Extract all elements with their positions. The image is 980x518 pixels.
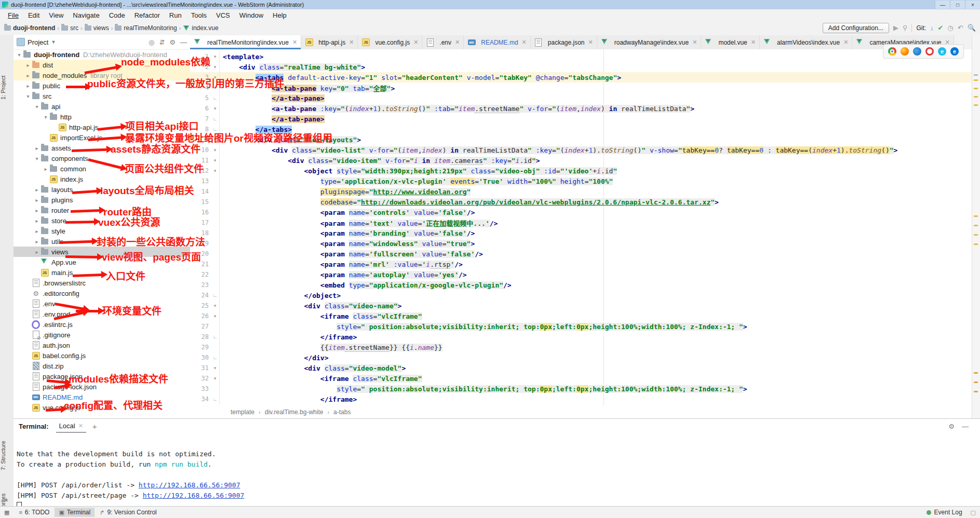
chevron-right-icon[interactable]: ▸: [33, 187, 41, 193]
stripe-mark[interactable]: [974, 381, 978, 383]
menu-item-window[interactable]: Window: [235, 10, 268, 20]
tab-close-icon[interactable]: ✕: [413, 39, 418, 46]
menu-item-run[interactable]: Run: [165, 10, 186, 20]
chevron-right-icon[interactable]: ▸: [33, 197, 41, 203]
menu-item-file[interactable]: File: [3, 10, 23, 20]
chevron-right-icon[interactable]: ▸: [24, 73, 32, 78]
tree-item-.editorconfig[interactable]: ⚙.editorconfig: [14, 288, 190, 298]
tree-item-.browserslistrc[interactable]: .browserslistrc: [14, 278, 190, 288]
tree-item-node_modules[interactable]: ▸node_moduleslibrary root: [14, 70, 190, 80]
project-view-selector[interactable]: Project ▼: [17, 38, 56, 46]
tree-item-router[interactable]: ▸router: [14, 205, 190, 215]
hide-panel-icon[interactable]: —: [180, 38, 187, 46]
safari-browser-icon[interactable]: [913, 47, 921, 56]
tree-item-package-lock.json[interactable]: package-lock.json: [14, 381, 190, 392]
chevron-down-icon[interactable]: ▾: [33, 104, 41, 110]
editor-tab[interactable]: .env✕: [422, 35, 464, 49]
collapse-all-icon[interactable]: ⇵: [159, 38, 165, 46]
chevron-right-icon[interactable]: ▸: [33, 239, 41, 244]
tree-item-layouts[interactable]: ▸layouts: [14, 184, 190, 195]
tree-item-http[interactable]: ▾http: [14, 112, 190, 122]
stripe-mark[interactable]: [974, 74, 978, 76]
tree-item-api[interactable]: ▾api: [14, 101, 190, 112]
chevron-right-icon[interactable]: ▸: [33, 208, 41, 213]
tree-item-public[interactable]: ▸public: [14, 80, 190, 91]
stripe-mark[interactable]: [974, 96, 978, 98]
tree-item-vue.config.js[interactable]: JSvue.config.js: [14, 402, 190, 413]
git-history-icon[interactable]: ◷: [948, 24, 954, 32]
tree-item-.gitignore[interactable]: .gitignore: [14, 330, 190, 340]
tab-close-icon[interactable]: ✕: [522, 39, 527, 46]
stripe-mark[interactable]: [974, 79, 978, 81]
breadcrumb-item[interactable]: index.vue: [183, 24, 218, 32]
editor-tab[interactable]: MDREADME.md✕: [464, 35, 531, 49]
tree-item-duoji-frontend[interactable]: ▾duoji-frontendD:\zheheWeb\duoji-fronten…: [14, 49, 190, 60]
opera-browser-icon[interactable]: [925, 47, 934, 56]
maximize-button[interactable]: □: [950, 1, 965, 9]
firefox-browser-icon[interactable]: [901, 47, 909, 56]
tree-item-.eslintrc.js[interactable]: .eslintrc.js: [14, 319, 190, 330]
tab-close-icon[interactable]: ✕: [588, 39, 593, 46]
new-terminal-button[interactable]: +: [92, 422, 97, 431]
gear-icon[interactable]: ⚙: [169, 38, 176, 46]
tree-item-babel.config.js[interactable]: JSbabel.config.js: [14, 350, 190, 361]
run-icon[interactable]: ▶: [893, 24, 898, 32]
terminal-hide-icon[interactable]: —: [962, 422, 969, 430]
menu-item-tools[interactable]: Tools: [186, 10, 211, 20]
chevron-right-icon[interactable]: ▸: [24, 83, 32, 89]
stripe-mark[interactable]: [974, 243, 978, 245]
tree-item-style[interactable]: ▸style: [14, 226, 190, 236]
fold-marker[interactable]: ▾: [211, 155, 220, 166]
menu-item-view[interactable]: View: [44, 10, 68, 20]
tree-item-common[interactable]: ▸common: [14, 163, 190, 174]
tree-item-importExcel.js[interactable]: JSimportExcel.js: [14, 132, 190, 143]
statusbar-todo[interactable]: ≡6: TODO: [15, 508, 53, 517]
chevron-right-icon[interactable]: ▸: [24, 62, 32, 68]
fold-marker[interactable]: ∟: [211, 114, 220, 124]
terminal-output[interactable]: Note that the development build is not o…: [14, 433, 980, 512]
chevron-right-icon[interactable]: ▸: [33, 228, 41, 234]
edge-browser-icon[interactable]: e: [950, 47, 959, 56]
stripe-mark[interactable]: [974, 88, 978, 89]
fold-marker[interactable]: ∟: [211, 93, 220, 103]
git-commit-icon[interactable]: ✔: [938, 24, 944, 32]
editor-tab[interactable]: model.vue✕: [701, 35, 760, 49]
tree-item-assets[interactable]: ▸assets: [14, 143, 190, 153]
stripe-mark[interactable]: [974, 215, 978, 217]
editor-tab[interactable]: alarmVideos\index.vue✕: [760, 35, 852, 49]
add-configuration-button[interactable]: Add Configuration...: [823, 23, 889, 33]
tree-item-http-api.js[interactable]: JShttp-api.js: [14, 122, 190, 132]
stripe-mark[interactable]: [974, 372, 978, 374]
locate-file-icon[interactable]: ◎: [149, 38, 154, 46]
close-icon[interactable]: ✕: [78, 422, 83, 429]
menu-item-refactor[interactable]: Refactor: [130, 10, 165, 20]
tab-close-icon[interactable]: ✕: [692, 39, 697, 46]
menu-item-help[interactable]: Help: [268, 10, 291, 20]
fold-marker[interactable]: ▾: [211, 103, 220, 114]
tab-close-icon[interactable]: ✕: [455, 39, 460, 46]
breadcrumb-item[interactable]: src: [61, 24, 78, 32]
stripe-structure-button[interactable]: 7: Structure: [0, 432, 14, 479]
menu-item-navigate[interactable]: Navigate: [68, 10, 104, 20]
stripe-mark[interactable]: [974, 391, 978, 392]
menu-item-code[interactable]: Code: [104, 10, 130, 20]
fold-marker[interactable]: ▾: [211, 373, 220, 384]
fold-marker[interactable]: ▾: [211, 83, 220, 93]
chevron-down-icon[interactable]: ▾: [16, 52, 23, 58]
editor-breadcrumb-item[interactable]: template: [231, 408, 254, 416]
editor-tab[interactable]: package.json✕: [531, 35, 597, 49]
chrome-browser-icon[interactable]: [888, 47, 896, 56]
chevron-right-icon[interactable]: ▸: [33, 249, 41, 255]
tree-item-dist[interactable]: ▸dist: [14, 60, 190, 70]
fold-marker[interactable]: ▾: [211, 166, 220, 176]
search-everywhere-icon[interactable]: 🔍: [968, 24, 976, 32]
tree-item-plugins[interactable]: ▸plugins: [14, 195, 190, 205]
fold-marker[interactable]: ▾: [211, 134, 220, 145]
tree-item-utils[interactable]: ▸utils: [14, 236, 190, 247]
editor-tab[interactable]: roadwayManage\index.vue✕: [597, 35, 702, 49]
fold-marker[interactable]: ∟: [211, 124, 220, 134]
fold-marker[interactable]: ▾: [211, 145, 220, 155]
menu-item-vcs[interactable]: VCS: [211, 10, 235, 20]
tab-close-icon[interactable]: ✕: [751, 39, 756, 46]
fold-marker[interactable]: ∟: [211, 332, 220, 342]
